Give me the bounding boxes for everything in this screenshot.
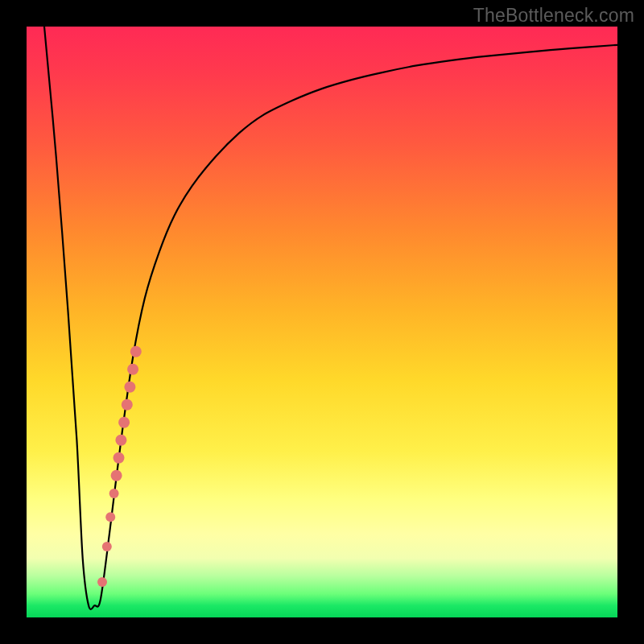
highlight-dot (111, 470, 122, 481)
plot-area (27, 27, 617, 617)
chart-svg (27, 27, 617, 617)
highlight-dot (124, 382, 135, 393)
highlight-dot (130, 346, 142, 357)
highlight-dot (109, 489, 119, 498)
chart-frame: TheBottleneck.com (0, 0, 644, 644)
highlight-dot (118, 417, 130, 428)
highlight-dots (97, 346, 142, 587)
bottleneck-curve (44, 27, 617, 609)
highlight-dot (105, 512, 115, 522)
highlight-dot (122, 399, 133, 411)
highlight-dot (97, 577, 107, 587)
highlight-dot (102, 542, 112, 551)
highlight-dot (114, 452, 125, 464)
highlight-dot (127, 364, 138, 375)
watermark-text: TheBottleneck.com (473, 5, 634, 27)
highlight-dot (115, 435, 126, 446)
